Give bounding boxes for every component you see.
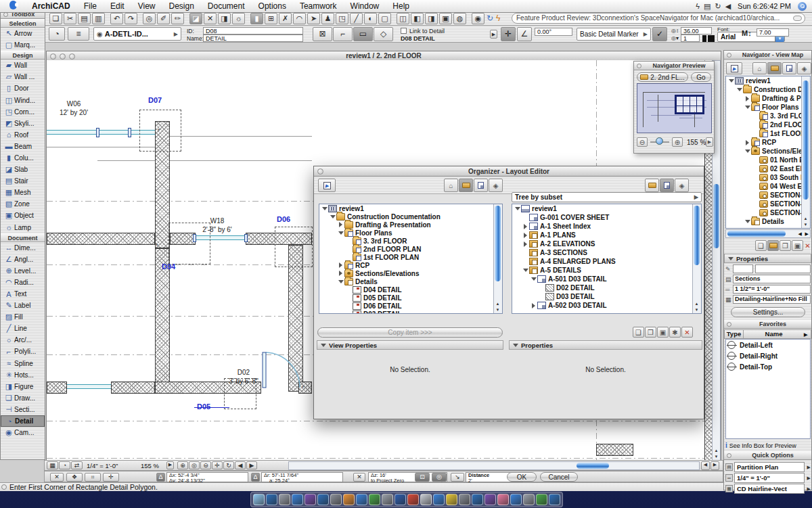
volume-icon[interactable]: ◀ — [725, 2, 731, 10]
view-map-tree[interactable]: review1Construction DocumentationDraftin… — [319, 204, 503, 314]
tree-item[interactable]: A-502 D03 DETAIL — [512, 301, 701, 310]
go-button[interactable]: Go — [691, 72, 711, 82]
displays-icon[interactable]: ▤ — [704, 2, 710, 10]
menu-file[interactable]: File — [77, 1, 104, 11]
zoom-plus-minus-icon[interactable]: ⊕ — [177, 461, 188, 469]
geometry-rectangle-icon[interactable]: ▭ — [353, 27, 373, 41]
favorites-column-header[interactable]: Type Name ▶ — [724, 329, 811, 339]
tool-zone[interactable]: ▧Zone — [1, 198, 45, 210]
tree-item[interactable]: Details — [726, 217, 810, 226]
publisher-tab[interactable]: ◈ — [675, 179, 689, 192]
tool-slab[interactable]: ◪Slab — [1, 164, 45, 175]
tree-item[interactable]: Floor Plans — [319, 229, 502, 237]
more-options-icon[interactable]: ▶ — [490, 30, 497, 39]
menu-help[interactable]: Help — [386, 1, 416, 11]
geometry-none-icon[interactable]: ⊠ — [313, 27, 332, 41]
scroll-left-icon[interactable]: ◀ — [701, 461, 710, 470]
new-layout-icon[interactable]: ❑ — [633, 327, 644, 338]
grid-snap-icon[interactable]: ❖ — [66, 473, 83, 482]
tree-item[interactable]: Details — [319, 277, 502, 285]
expander-icon[interactable] — [321, 207, 328, 210]
delete-icon[interactable]: ✕ — [681, 327, 693, 338]
toolbar-clean-junctions-icon[interactable]: ⊞ — [265, 13, 277, 24]
scale-value[interactable]: 1/4" = 1'-0" — [734, 473, 805, 483]
compass-icon[interactable]: ◎ — [432, 473, 447, 482]
scroll-down-icon[interactable]: ▼ — [802, 222, 809, 228]
toolbar-corner-window-icon[interactable]: ◳ — [336, 13, 348, 24]
tree-item[interactable]: A-4 ENLARGED PLANS — [512, 257, 701, 266]
navigator-titlebar[interactable]: Navigator - View Map — [724, 51, 811, 60]
layer-combo[interactable]: ◉A-DETL-ID...▶ — [93, 27, 181, 41]
next-zoom-icon[interactable]: ▶ — [246, 461, 257, 469]
pen-color-swatch[interactable] — [702, 35, 706, 42]
tree-item[interactable]: Construction Docume — [726, 85, 810, 94]
quick-options-titlebar[interactable]: Quick Options — [724, 451, 811, 460]
tool-beam[interactable]: ▬Beam — [1, 141, 45, 152]
menu-document[interactable]: Document — [201, 1, 252, 11]
tree-item[interactable]: SECTION-ELEV — [726, 200, 810, 208]
tool-line[interactable]: ╱Line — [1, 323, 45, 334]
expander-icon[interactable] — [337, 271, 344, 276]
scrollbar-thumb[interactable] — [713, 184, 719, 248]
layout-book-tab[interactable] — [660, 179, 674, 192]
geometry-polygon-icon[interactable]: ⌐ — [333, 27, 353, 41]
toolbar-layout-window-icon[interactable]: ▣ — [439, 13, 452, 24]
ok-button[interactable]: OK — [507, 472, 537, 482]
scroll-up-icon[interactable]: ▲ — [693, 301, 700, 307]
layout-book-tab[interactable] — [782, 62, 796, 74]
tool-arrow[interactable]: ↖Arrow — [1, 28, 45, 39]
dock-icon[interactable] — [266, 494, 277, 505]
tool-figure[interactable]: ◨Figure — [1, 381, 45, 392]
expander-icon[interactable] — [744, 106, 751, 109]
zoom-in-icon[interactable]: ⊕ — [672, 137, 683, 147]
tree-item[interactable]: G-001 COVER SHEET — [512, 213, 701, 222]
expander-icon[interactable] — [337, 222, 344, 227]
dock-icon[interactable] — [317, 494, 329, 505]
toolbar-arc-tool-icon[interactable]: ◠ — [293, 13, 306, 24]
tree-item[interactable]: D03 DETAIL — [512, 292, 701, 301]
toolbar-paste-icon[interactable]: ▥ — [92, 13, 105, 24]
cancel-button[interactable]: Cancel — [540, 472, 578, 482]
menu-view[interactable]: View — [131, 1, 162, 11]
layout-book-tree[interactable]: review1G-001 COVER SHEETA-1 Sheet IndexA… — [512, 204, 702, 314]
menu-edit[interactable]: Edit — [104, 1, 131, 11]
delta-ra-field[interactable]: Δr: 57'-11 7/64"a: 25.24° — [261, 472, 343, 482]
id-field[interactable]: D08 — [203, 27, 303, 34]
menu-teamwork[interactable]: Teamwork — [293, 1, 344, 11]
detail-view-icon[interactable]: ◔ — [59, 461, 70, 469]
tree-item[interactable]: A-1 PLANS — [512, 231, 701, 239]
quick-option-layer-combination[interactable]: ▤Partition Plan▶ — [725, 462, 811, 472]
scale-field[interactable]: 1 1/2"= 1'-0" — [733, 285, 811, 294]
tool-roof[interactable]: ⌂Roof — [1, 129, 45, 141]
chevron-right-icon[interactable]: ▶ — [807, 476, 811, 481]
toolbar-sun-settings-icon[interactable]: ☼ — [232, 13, 245, 24]
trace-reference-icon[interactable]: ⇄ — [71, 461, 83, 469]
new-master-icon[interactable]: ❒ — [645, 327, 656, 338]
anchor-point-icon[interactable]: ✛ — [501, 27, 516, 41]
expander-icon[interactable] — [744, 220, 751, 223]
favorites-titlebar[interactable]: Favorites — [724, 320, 811, 329]
tool-mesh[interactable]: ▦Mesh — [1, 187, 45, 198]
delete-icon[interactable]: ✕ — [804, 240, 811, 251]
tool-wall[interactable]: ▰Wall — [1, 60, 45, 71]
favorites-list[interactable]: Detail-LeftDetail-RightDetail-Top — [725, 339, 811, 439]
tree-item[interactable]: A-2 ELEVATIONS — [512, 239, 701, 248]
dock-icon[interactable] — [407, 494, 419, 505]
view-map-tree[interactable]: review1Construction DocumeDrafting & Pre… — [725, 76, 811, 229]
news-feed-icon[interactable]: ϟ — [496, 14, 500, 23]
dock-icon[interactable] — [253, 494, 265, 505]
scroll-left-icon[interactable]: ◀ — [798, 231, 802, 237]
detail-marker-d05[interactable]: D05 — [197, 402, 210, 411]
delta-xy-icon[interactable]: Δ — [156, 473, 165, 482]
layer-settings-icon[interactable]: ≡ — [68, 27, 89, 41]
pen-set-field[interactable]: Detailing-Hairline+No Fill — [733, 295, 811, 304]
chevron-right-icon[interactable]: ▶ — [807, 486, 811, 492]
spotlight-icon[interactable] — [798, 2, 807, 11]
tool-draw[interactable]: ❏Draw... — [1, 392, 45, 404]
tree-item[interactable]: 2nd FLOOR PL — [726, 120, 810, 129]
dock-icon[interactable] — [369, 494, 380, 505]
floor-plan-titlebar[interactable]: review1 / 2. 2nd FLOOR — [47, 51, 721, 61]
tree-item[interactable]: 02 East Elevati — [726, 164, 810, 173]
tool-radi[interactable]: ◠Radi... — [1, 277, 45, 288]
settings-dialog-icon[interactable]: ▣ — [792, 240, 803, 251]
